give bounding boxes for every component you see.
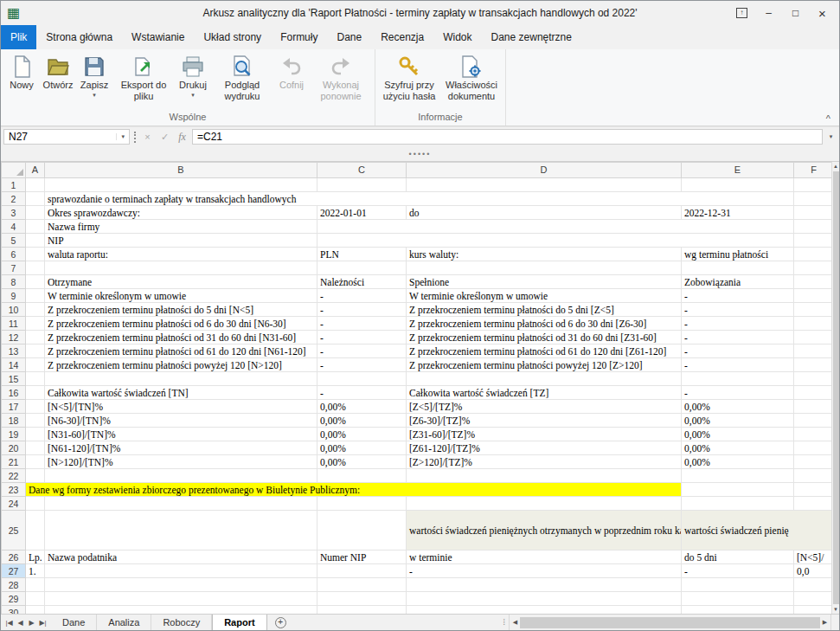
row-header-5[interactable]: 5 xyxy=(2,234,26,248)
cell-C19[interactable]: 0,00% xyxy=(317,428,407,441)
row-header-4[interactable]: 4 xyxy=(2,220,26,234)
cell-C6[interactable]: PLN xyxy=(317,248,407,261)
scroll-right-icon[interactable]: ▶ xyxy=(820,619,830,626)
cell-C9[interactable]: - xyxy=(317,289,407,303)
cell-E12[interactable]: - xyxy=(682,331,794,344)
cell-B26[interactable]: Nazwa podatnika xyxy=(45,551,317,564)
cell-D10[interactable]: Z przekroczeniem terminu płatności do 5 … xyxy=(407,303,682,317)
maximize-button[interactable]: □ xyxy=(782,3,809,23)
otw-rz-button[interactable]: Otwórz xyxy=(40,53,76,91)
cell-A29[interactable] xyxy=(26,592,45,606)
cell-C10[interactable]: - xyxy=(317,303,407,317)
ribbon-tab-strona-g-wna[interactable]: Strona główna xyxy=(36,25,122,49)
cell-D12[interactable]: Z przekroczeniem terminu płatności od 31… xyxy=(407,331,682,344)
cell-B17[interactable]: [N<5]/[TN]% xyxy=(45,400,317,414)
cell-B10[interactable]: Z przekroczeniem terminu płatności do 5 … xyxy=(45,303,317,317)
ribbon-tab-recenzja[interactable]: Recenzja xyxy=(371,25,433,49)
row-header-13[interactable]: 13 xyxy=(2,344,26,358)
row-header-1[interactable]: 1 xyxy=(2,178,26,192)
cell-D21[interactable]: [Z>120]/[TZ]% xyxy=(407,455,682,469)
cell-A18[interactable] xyxy=(26,414,45,428)
cell-E30[interactable] xyxy=(682,606,794,615)
cell-F26[interactable]: [N<5]/ xyxy=(794,551,834,564)
cell-D20[interactable]: [Z61-120]/[TZ]% xyxy=(407,441,682,455)
cell-C13[interactable]: - xyxy=(317,344,407,358)
name-box[interactable]: N27 ▾ xyxy=(3,129,130,145)
cell-A23[interactable]: Dane wg formy zestawienia zbiorczego pre… xyxy=(26,483,682,497)
cell-A1[interactable] xyxy=(26,178,45,192)
cell-B14[interactable]: Z przekroczeniem terminu płatności powyż… xyxy=(45,358,317,372)
cell-D7[interactable] xyxy=(407,261,682,275)
ribbon-tab-wstawianie[interactable]: Wstawianie xyxy=(122,25,194,49)
scroll-up-icon[interactable]: ▲ xyxy=(833,162,838,171)
cell-F3[interactable] xyxy=(794,206,834,220)
cell-F4[interactable] xyxy=(794,220,834,234)
cell-D19[interactable]: [Z31-60]/[TZ]% xyxy=(407,428,682,441)
ribbon-tab-plik[interactable]: Plik xyxy=(1,25,36,49)
cell-E18[interactable]: 0,00% xyxy=(682,414,794,428)
cell-C20[interactable]: 0,00% xyxy=(317,441,407,455)
cell-F9[interactable] xyxy=(794,289,834,303)
cell-E17[interactable]: 0,00% xyxy=(682,400,794,414)
row-header-11[interactable]: 11 xyxy=(2,317,26,331)
cell-B27[interactable] xyxy=(45,564,317,578)
cell-C3[interactable]: 2022-01-01 xyxy=(317,206,407,220)
cell-F19[interactable] xyxy=(794,428,834,441)
cell-D22[interactable] xyxy=(407,469,682,483)
cell-E20[interactable]: 0,00% xyxy=(682,441,794,455)
cell-D11[interactable]: Z przekroczeniem terminu płatności od 6 … xyxy=(407,317,682,331)
cell-E1[interactable] xyxy=(682,178,794,192)
vertical-scrollbar[interactable]: ▲ ▼ xyxy=(831,162,839,614)
cell-C18[interactable]: 0,00% xyxy=(317,414,407,428)
cell-D6[interactable]: kurs waluty: xyxy=(407,248,682,261)
dropdown-arrow-icon[interactable]: ▾ xyxy=(93,92,96,98)
row-header-9[interactable]: 9 xyxy=(2,289,26,303)
cell-C26[interactable]: Numer NIP xyxy=(317,551,407,564)
cell-A7[interactable] xyxy=(26,261,45,275)
cell-C12[interactable]: - xyxy=(317,331,407,344)
cell-C27[interactable] xyxy=(317,564,407,578)
row-header-27[interactable]: 27 xyxy=(2,564,26,578)
cell-F16[interactable] xyxy=(794,386,834,400)
fullscreen-button[interactable]: ↑ xyxy=(728,3,755,23)
row-header-2[interactable]: 2 xyxy=(2,192,26,206)
cell-A5[interactable] xyxy=(26,234,45,248)
cell-E22[interactable] xyxy=(682,469,794,483)
cell-E9[interactable]: - xyxy=(682,289,794,303)
ribbon-tab-uk-ad-strony[interactable]: Układ strony xyxy=(194,25,271,49)
cell-F12[interactable] xyxy=(794,331,834,344)
cell-C15[interactable] xyxy=(317,372,407,386)
cell-E8[interactable]: Zobowiązania xyxy=(682,275,794,289)
cell-D16[interactable]: Całkowita wartość świadczeń [TZ] xyxy=(407,386,682,400)
cell-A10[interactable] xyxy=(26,303,45,317)
cell-A11[interactable] xyxy=(26,317,45,331)
cell-F5[interactable] xyxy=(794,234,834,248)
cell-F10[interactable] xyxy=(794,303,834,317)
cell-A4[interactable] xyxy=(26,220,45,234)
formula-bar-expand-button[interactable]: ▾ xyxy=(825,133,837,140)
cell-B11[interactable]: Z przekroczeniem terminu płatności od 6 … xyxy=(45,317,317,331)
cell-B13[interactable]: Z przekroczeniem terminu płatności od 61… xyxy=(45,344,317,358)
insert-function-button[interactable]: fx xyxy=(175,131,189,144)
cell-F1[interactable] xyxy=(794,178,834,192)
cell-A28[interactable] xyxy=(26,578,45,592)
cell-F6[interactable] xyxy=(794,248,834,261)
cell-F14[interactable] xyxy=(794,358,834,372)
cell-E14[interactable]: - xyxy=(682,358,794,372)
cell-B30[interactable] xyxy=(45,606,317,615)
cell-C24[interactable] xyxy=(317,497,407,511)
cell-E27[interactable]: - xyxy=(682,564,794,578)
row-header-21[interactable]: 21 xyxy=(2,455,26,469)
cell-A27[interactable]: 1. xyxy=(26,564,45,578)
cell-A8[interactable] xyxy=(26,275,45,289)
row-header-23[interactable]: 23 xyxy=(2,483,26,497)
dropdown-arrow-icon[interactable]: ▾ xyxy=(191,92,195,98)
cell-A14[interactable] xyxy=(26,358,45,372)
cell-D17[interactable]: [Z<5]/[TZ]% xyxy=(407,400,682,414)
cell-E26[interactable]: do 5 dni xyxy=(682,551,794,564)
cell-B24[interactable] xyxy=(45,497,317,511)
select-all-corner[interactable] xyxy=(2,163,26,178)
cell-E28[interactable] xyxy=(682,578,794,592)
cell-A12[interactable] xyxy=(26,331,45,344)
sheet-tab-raport[interactable]: Raport xyxy=(212,615,266,630)
